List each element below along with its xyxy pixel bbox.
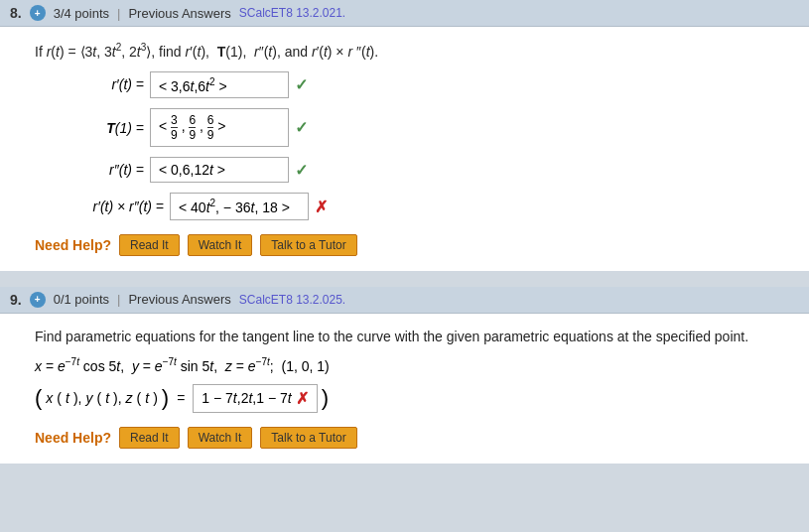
watch-it-button-8[interactable]: Watch It	[188, 234, 253, 256]
need-help-label-8: Need Help?	[35, 237, 111, 253]
points-9: 0/1 points	[54, 292, 109, 307]
row-r-prime: r′(t) = < 3,6t,6t2 > ✓	[35, 71, 784, 99]
question-9: 9. + 0/1 points | Previous Answers SCalc…	[0, 287, 809, 464]
question-9-content: Find parametric equations for the tangen…	[0, 314, 809, 464]
check-icon-T1: ✓	[295, 118, 308, 137]
prev-answers-8: Previous Answers	[128, 6, 230, 21]
answer-row-9: ( x(t), y(t), z(t) ) = 1 − 7t,2t,1 − 7t …	[35, 384, 784, 413]
read-it-button-9[interactable]: Read It	[119, 427, 180, 449]
label-cross-product: r′(t) × r″(t) =	[35, 199, 164, 214]
separator-9: |	[117, 292, 120, 307]
points-badge-8: +	[30, 5, 46, 21]
watch-it-button-9[interactable]: Watch It	[188, 427, 253, 449]
need-help-row-9: Need Help? Read It Watch It Talk to a Tu…	[35, 427, 784, 449]
need-help-row-8: Need Help? Read It Watch It Talk to a Tu…	[35, 234, 784, 256]
prev-answers-9: Previous Answers	[128, 292, 230, 307]
question-8-number: 8.	[10, 5, 22, 21]
need-help-label-9: Need Help?	[35, 430, 111, 446]
talk-to-tutor-button-9[interactable]: Talk to a Tutor	[260, 427, 356, 449]
points-8: 3/4 points	[54, 6, 109, 21]
question-9-number: 9.	[10, 292, 22, 308]
question-9-prompt: Find parametric equations for the tangen…	[35, 329, 784, 344]
answer-r-double-prime: < 0,6,12t >	[150, 157, 289, 183]
spacer	[0, 279, 809, 287]
row-r-double-prime: r″(t) = < 0,6,12t > ✓	[35, 157, 784, 183]
source-8: SCalcET8 13.2.021.	[239, 6, 345, 20]
answer-T1: < 39 , 69 , 69 >	[150, 108, 289, 147]
equation-line-9: x = e−7t cos 5t, y = e−7t sin 5t, z = e−…	[35, 356, 784, 374]
cross-icon-cross-product: ✗	[315, 198, 328, 216]
source-9: SCalcET8 13.2.025.	[239, 293, 345, 307]
question-8: 8. + 3/4 points | Previous Answers SCalc…	[0, 0, 809, 271]
talk-to-tutor-button-8[interactable]: Talk to a Tutor	[260, 234, 356, 256]
points-badge-9: +	[30, 292, 46, 308]
check-icon-r-double-prime: ✓	[295, 161, 308, 180]
question-9-header: 9. + 0/1 points | Previous Answers SCalc…	[0, 287, 809, 314]
answer-9: 1 − 7t,2t,1 − 7t ✗	[193, 384, 317, 413]
label-r-prime: r′(t) =	[35, 76, 144, 92]
question-8-prompt: If r(t) = ⟨3t, 3t2, 2t3⟩, find r′(t), T(…	[35, 42, 784, 60]
question-8-content: If r(t) = ⟨3t, 3t2, 2t3⟩, find r′(t), T(…	[0, 27, 809, 271]
question-8-header: 8. + 3/4 points | Previous Answers SCalc…	[0, 0, 809, 27]
separator-8: |	[117, 6, 120, 21]
row-T1: T(1) = < 39 , 69 , 69 > ✓	[35, 108, 784, 147]
label-T1: T(1) =	[35, 120, 144, 136]
read-it-button-8[interactable]: Read It	[119, 234, 180, 256]
answer-r-prime: < 3,6t,6t2 >	[150, 71, 289, 99]
cross-icon-9: ✗	[296, 389, 309, 408]
answer-cross-product: < 40t2, − 36t, 18 >	[170, 193, 309, 220]
row-cross-product: r′(t) × r″(t) = < 40t2, − 36t, 18 > ✗	[35, 193, 784, 220]
check-icon-r-prime: ✓	[295, 75, 308, 94]
label-r-double-prime: r″(t) =	[35, 162, 144, 178]
